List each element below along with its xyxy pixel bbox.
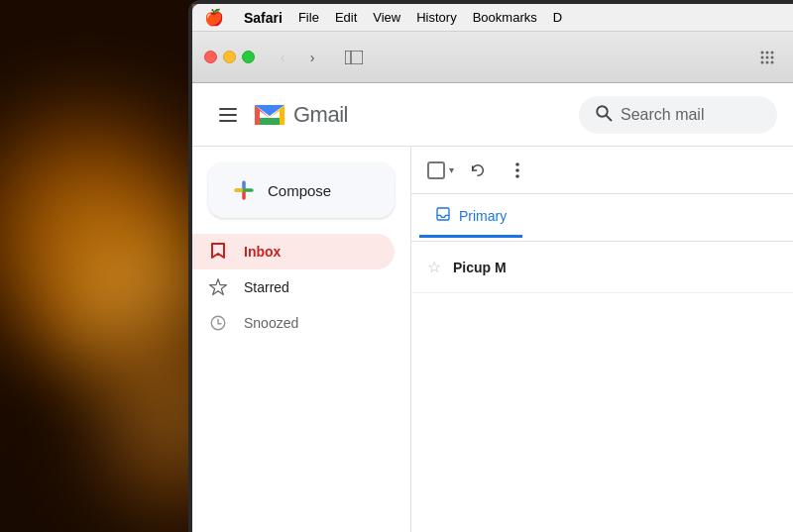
menubar-history[interactable]: History — [416, 10, 456, 25]
sidebar-toggle-button[interactable] — [338, 47, 370, 68]
safari-toolbar: ‹ › — [192, 32, 793, 83]
svg-rect-23 — [437, 208, 449, 220]
laptop-frame: 🍎 Safari File Edit View History Bookmark… — [0, 0, 793, 532]
svg-line-12 — [607, 115, 612, 120]
table-row[interactable]: ☆ Picup M — [411, 242, 793, 293]
gmail-m-icon — [252, 97, 287, 133]
inbox-icon — [208, 242, 228, 262]
svg-point-3 — [766, 51, 769, 53]
sidebar-item-snoozed[interactable]: Snoozed — [192, 305, 395, 341]
tab-grid-button[interactable] — [753, 47, 781, 68]
primary-tab-label: Primary — [459, 208, 507, 224]
menubar-file[interactable]: File — [298, 10, 319, 25]
apple-menu[interactable]: 🍎 — [204, 8, 224, 27]
inbox-tab-svg — [435, 206, 451, 222]
starred-icon — [208, 277, 228, 297]
gmail-main: ▾ — [410, 147, 793, 532]
search-placeholder-text: Search mail — [621, 106, 704, 124]
sidebar-toggle-icon — [345, 51, 363, 64]
compose-label: Compose — [268, 182, 331, 199]
more-dots-icon — [515, 161, 519, 179]
inbox-svg-icon — [209, 242, 227, 262]
compose-plus-icon — [232, 178, 256, 202]
menubar-view[interactable]: View — [373, 10, 400, 25]
svg-point-5 — [761, 55, 764, 58]
mail-list: ☆ Picup M — [411, 242, 793, 293]
svg-point-7 — [771, 55, 774, 58]
minimize-button[interactable] — [223, 51, 236, 63]
svg-point-9 — [766, 60, 769, 63]
clock-svg-icon — [209, 314, 227, 332]
refresh-button[interactable] — [462, 155, 494, 186]
snoozed-label: Snoozed — [244, 315, 298, 331]
svg-rect-0 — [345, 51, 363, 64]
refresh-icon — [470, 162, 486, 178]
sidebar-item-inbox[interactable]: Inbox — [192, 234, 395, 269]
forward-arrow-icon: › — [310, 50, 315, 65]
more-options-button[interactable] — [502, 155, 533, 186]
menubar-bookmarks[interactable]: Bookmarks — [473, 10, 537, 25]
primary-tab-icon — [435, 206, 451, 226]
hamburger-menu-button[interactable] — [208, 95, 248, 135]
inbox-label: Inbox — [244, 244, 281, 260]
svg-point-2 — [761, 51, 764, 53]
hamburger-line-1 — [219, 108, 237, 110]
svg-point-6 — [766, 55, 769, 58]
back-arrow-icon: ‹ — [281, 50, 285, 65]
svg-point-10 — [771, 60, 774, 63]
svg-point-8 — [761, 60, 764, 63]
gmail-area: Gmail Search mail — [192, 83, 793, 532]
svg-point-22 — [515, 174, 519, 178]
gmail-wordmark: Gmail — [293, 102, 348, 128]
sidebar-item-starred[interactable]: Starred — [192, 269, 395, 305]
search-bar[interactable]: Search mail — [579, 96, 777, 134]
back-button[interactable]: ‹ — [269, 47, 296, 68]
hamburger-line-2 — [219, 114, 237, 116]
select-dropdown-arrow[interactable]: ▾ — [449, 164, 454, 175]
star-icon[interactable]: ☆ — [427, 258, 441, 276]
screen-bezel: 🍎 Safari File Edit View History Bookmark… — [188, 0, 793, 532]
gmail-header: Gmail Search mail — [192, 83, 793, 147]
gmail-body: Compose Inbox — [192, 147, 793, 532]
hamburger-line-3 — [219, 120, 237, 122]
screen-inner: 🍎 Safari File Edit View History Bookmark… — [192, 4, 793, 532]
gmail-toolbar: ▾ — [411, 147, 793, 194]
select-all-checkbox[interactable] — [427, 161, 445, 179]
menubar-safari[interactable]: Safari — [244, 10, 283, 26]
snoozed-icon — [208, 313, 228, 333]
grid-icon — [759, 50, 775, 65]
starred-label: Starred — [244, 279, 289, 295]
compose-button[interactable]: Compose — [208, 162, 395, 218]
search-icon — [595, 104, 613, 126]
menubar-edit[interactable]: Edit — [335, 10, 357, 25]
svg-point-21 — [515, 168, 519, 172]
svg-point-4 — [771, 51, 774, 53]
sender-name: Picup M — [453, 260, 532, 275]
nav-buttons: ‹ › — [269, 47, 326, 68]
gmail-sidebar: Compose Inbox — [192, 147, 410, 532]
gmail-logo: Gmail — [252, 97, 348, 133]
menubar: 🍎 Safari File Edit View History Bookmark… — [192, 4, 793, 32]
gmail-tabs: Primary — [411, 194, 793, 242]
forward-button[interactable]: › — [298, 47, 326, 68]
svg-point-20 — [515, 162, 519, 166]
hamburger-icon — [219, 108, 237, 122]
star-svg-icon — [208, 277, 228, 297]
traffic-lights — [204, 51, 255, 63]
tab-primary[interactable]: Primary — [419, 198, 522, 238]
fullscreen-button[interactable] — [242, 51, 255, 63]
menubar-more[interactable]: D — [553, 10, 562, 25]
close-button[interactable] — [204, 51, 217, 63]
